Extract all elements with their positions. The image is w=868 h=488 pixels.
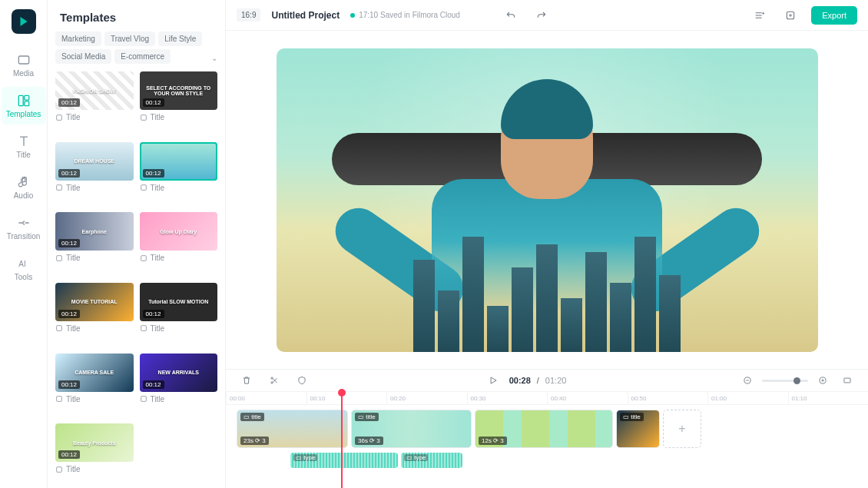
- split-button[interactable]: [264, 370, 284, 390]
- timeline-clip[interactable]: ▭ title23s ⟳ 3: [237, 410, 348, 448]
- zoom-in-button[interactable]: [813, 370, 833, 390]
- template-thumb[interactable]: FASHION SHOW00:12: [55, 71, 134, 110]
- settings-button[interactable]: [780, 5, 800, 25]
- playhead[interactable]: [341, 392, 343, 488]
- svg-rect-1: [18, 95, 23, 105]
- sparkle-icon: [784, 9, 797, 22]
- template-thumb[interactable]: CAMERA SALE00:12: [55, 354, 134, 392]
- template-card[interactable]: FASHION SHOW00:12Title: [55, 71, 134, 136]
- preview-canvas[interactable]: [277, 48, 818, 352]
- template-thumb[interactable]: MOVIE TUTORIAL00:12: [55, 283, 134, 321]
- template-duration: 00:12: [58, 169, 80, 178]
- template-card[interactable]: NEW ARRIVALS00:12Title: [140, 354, 218, 418]
- template-card[interactable]: Tutorial SLOW MOTION00:12Title: [140, 283, 218, 347]
- rail-audio[interactable]: Audio: [2, 168, 46, 206]
- current-time: 00:28: [509, 376, 531, 385]
- zoom-out-button[interactable]: [737, 370, 757, 390]
- timeline-toolbar: 00:28 / 01:20: [226, 370, 868, 391]
- template-card[interactable]: DREAM HOUSE00:12Title: [55, 142, 134, 207]
- template-thumb[interactable]: DREAM HOUSE00:12: [55, 142, 134, 181]
- svg-rect-9: [57, 255, 62, 261]
- audio-clip[interactable]: ▭ type: [290, 453, 398, 468]
- zoom-slider[interactable]: [762, 380, 808, 382]
- app-logo[interactable]: [12, 9, 36, 34]
- project-title[interactable]: Untitled Project: [271, 10, 340, 21]
- template-thumb[interactable]: Earphone00:12: [55, 212, 134, 251]
- ruler-tick: 00:20: [386, 392, 467, 404]
- ruler-tick: 01:10: [788, 392, 869, 404]
- tracks-area[interactable]: ▭ title23s ⟳ 3▭ title36s ⟳ 312s ⟳ 3▭ tit…: [226, 405, 868, 488]
- timeline-clip[interactable]: ▭ title: [616, 410, 660, 448]
- marker-button[interactable]: [292, 370, 312, 390]
- fit-button[interactable]: [837, 370, 857, 390]
- add-clip-button[interactable]: +: [663, 410, 701, 448]
- save-dot-icon: [350, 13, 355, 18]
- redo-button[interactable]: [532, 5, 552, 25]
- tag-social-media[interactable]: Social Media: [55, 49, 111, 64]
- template-thumb[interactable]: SELECT ACCORDING TO YOUR OWN STYLE00:12: [140, 71, 218, 110]
- template-icon: [55, 466, 63, 473]
- export-button[interactable]: Export: [811, 6, 857, 25]
- template-icon: [55, 184, 63, 191]
- svg-rect-5: [57, 115, 62, 120]
- ruler-tick: 00:10: [306, 392, 387, 404]
- template-card[interactable]: Glow Up DiaryTitle: [140, 212, 218, 277]
- ruler-tick: 01:00: [707, 392, 788, 404]
- rail-tools[interactable]: AI Tools: [2, 250, 46, 287]
- template-duration: 00:12: [58, 380, 80, 389]
- media-icon: [16, 52, 31, 68]
- ruler-tick: 00:00: [226, 392, 306, 404]
- zoom-out-icon: [742, 375, 753, 386]
- svg-rect-13: [57, 397, 62, 402]
- topbar: 16:9 Untitled Project 17:10 Saved in Fil…: [226, 0, 868, 31]
- rail-label: Title: [16, 151, 31, 159]
- time-ruler[interactable]: 00:0000:1000:2000:3000:4000:5001:0001:10: [226, 391, 868, 405]
- svg-point-17: [271, 377, 273, 379]
- rail-title[interactable]: Title: [2, 128, 46, 165]
- ai-tools-icon: AI: [16, 256, 31, 271]
- template-label: Title: [140, 324, 218, 333]
- svg-rect-2: [24, 95, 28, 100]
- template-duration: 00:12: [143, 169, 164, 178]
- undo-icon: [505, 9, 517, 22]
- delete-button[interactable]: [237, 370, 257, 390]
- template-card[interactable]: 00:12Title: [140, 142, 218, 207]
- template-card[interactable]: SELECT ACCORDING TO YOUR OWN STYLE00:12T…: [140, 71, 218, 136]
- template-thumb[interactable]: 00:12: [140, 142, 218, 181]
- template-card[interactable]: Earphone00:12Title: [55, 212, 134, 277]
- rail-media[interactable]: Media: [2, 46, 46, 84]
- list-icon: [754, 9, 766, 22]
- total-duration: 01:20: [545, 376, 567, 385]
- rail-transition[interactable]: Transition: [2, 209, 46, 247]
- timeline-clip[interactable]: ▭ title36s ⟳ 3: [351, 410, 472, 448]
- template-thumb[interactable]: Beauty Products00:12: [55, 423, 134, 462]
- timeline-clip[interactable]: 12s ⟳ 3: [475, 410, 613, 448]
- rail-templates[interactable]: Templates: [2, 87, 46, 124]
- template-card[interactable]: CAMERA SALE00:12Title: [55, 354, 134, 418]
- zoom-control: [737, 370, 857, 390]
- template-thumb[interactable]: Glow Up Diary: [140, 212, 218, 251]
- audio-clip[interactable]: ▭ type: [401, 453, 462, 468]
- template-duration: 00:12: [143, 380, 164, 389]
- template-thumb[interactable]: NEW ARRIVALS00:12: [140, 354, 218, 392]
- ruler-tick: 00:30: [467, 392, 548, 404]
- template-card[interactable]: Beauty Products00:12Title: [55, 423, 134, 488]
- tags-expand-icon[interactable]: ⌄: [211, 54, 217, 62]
- template-icon: [140, 184, 147, 191]
- tag-e-commerce[interactable]: E-commerce: [114, 49, 171, 64]
- fit-icon: [842, 375, 853, 386]
- template-thumb[interactable]: Tutorial SLOW MOTION00:12: [140, 283, 218, 321]
- list-button[interactable]: [750, 5, 770, 25]
- tag-marketing[interactable]: Marketing: [55, 32, 101, 46]
- template-card[interactable]: MOVIE TUTORIAL00:12Title: [55, 283, 134, 347]
- rail-label: Transition: [7, 232, 41, 241]
- tag-travel-vlog[interactable]: Travel Vlog: [104, 32, 155, 46]
- undo-button[interactable]: [501, 5, 521, 25]
- svg-rect-0: [18, 56, 28, 64]
- play-button[interactable]: [483, 370, 503, 390]
- aspect-ratio-badge[interactable]: 16:9: [237, 8, 260, 22]
- title-icon: [16, 134, 31, 149]
- template-label: Title: [55, 395, 134, 403]
- template-duration: 00:12: [143, 98, 164, 107]
- tag-life-style[interactable]: Life Style: [158, 32, 202, 46]
